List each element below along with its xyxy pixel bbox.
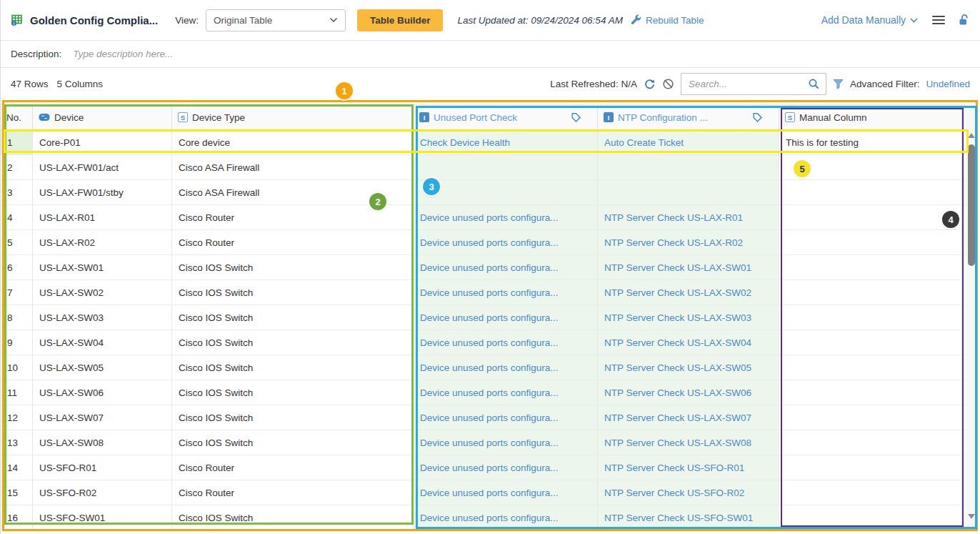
cell-no: 5 <box>1 230 33 254</box>
table-builder-button[interactable]: Table Builder <box>357 9 444 31</box>
cell-ntp[interactable]: NTP Server Check US-LAX-SW03 <box>598 305 779 330</box>
tag-icon[interactable] <box>752 112 763 123</box>
table-row[interactable]: 11US-LAX-SW06Cisco IOS SwitchDevice unus… <box>1 380 965 405</box>
cell-ntp[interactable]: NTP Server Check US-LAX-SW04 <box>598 330 779 355</box>
cell-unused[interactable]: Device unused ports configura... <box>414 405 598 430</box>
cell-unused[interactable]: Device unused ports configura... <box>414 305 598 330</box>
cell-ntp[interactable]: NTP Server Check US-LAX-R01 <box>598 205 779 229</box>
table-row[interactable]: 5US-LAX-R02Cisco RouterDevice unused por… <box>1 230 965 255</box>
refresh-icon[interactable] <box>644 78 656 90</box>
cell-unused[interactable]: Device unused ports configura... <box>414 355 598 380</box>
cell-manual <box>779 455 962 480</box>
table-row[interactable]: 14US-SFO-R01Cisco RouterDevice unused po… <box>1 455 965 480</box>
cell-unused[interactable]: Device unused ports configura... <box>414 205 598 229</box>
cell-no: 14 <box>1 455 33 480</box>
annotation-badge-2: 2 <box>369 193 386 210</box>
cell-unused[interactable]: Device unused ports configura... <box>414 480 598 505</box>
cell-unused[interactable]: Device unused ports configura... <box>414 230 598 254</box>
search-input[interactable] <box>687 78 808 90</box>
search-box[interactable] <box>681 73 826 95</box>
cell-ntp[interactable]: NTP Server Check US-LAX-SW02 <box>598 280 779 305</box>
tag-icon[interactable] <box>571 112 581 123</box>
cell-unused[interactable]: Device unused ports configura... <box>414 255 598 280</box>
cell-no: 10 <box>1 355 33 380</box>
row-count: 47 Rows <box>11 79 49 89</box>
column-header-device-type[interactable]: S Device Type <box>172 105 414 129</box>
cell-unused[interactable]: Device unused ports configura... <box>414 505 598 530</box>
table-row[interactable]: 12US-LAX-SW07Cisco IOS SwitchDevice unus… <box>1 405 965 430</box>
advanced-filter-value[interactable]: Undefined <box>926 79 970 89</box>
cell-ntp[interactable]: NTP Server Check US-SFO-SW01 <box>598 505 779 530</box>
cell-device: US-LAX-FW01/stby <box>33 180 172 204</box>
cell-ntp[interactable]: Auto Create Ticket <box>598 130 779 154</box>
column-count: 5 Columns <box>57 79 104 89</box>
menu-icon[interactable] <box>932 16 945 25</box>
cell-device_type: Cisco IOS Switch <box>172 330 414 355</box>
cell-unused[interactable]: Check Device Health <box>414 130 598 154</box>
rebuild-table-label: Rebuild Table <box>646 15 704 26</box>
column-header-manual-column[interactable]: S Manual Column <box>779 105 962 129</box>
column-header-ntp-configuration[interactable]: I NTP Configuration ... <box>598 105 779 129</box>
cell-device_type: Cisco IOS Switch <box>172 255 414 280</box>
cell-ntp[interactable]: NTP Server Check US-LAX-SW05 <box>598 355 779 380</box>
cell-ntp[interactable]: NTP Server Check US-SFO-R02 <box>598 480 779 505</box>
cell-device_type: Cisco IOS Switch <box>172 505 414 530</box>
last-refreshed-text: Last Refreshed: N/A <box>550 79 637 89</box>
rebuild-table-button[interactable]: Rebuild Table <box>630 14 704 26</box>
cell-device: US-LAX-SW06 <box>33 380 172 405</box>
column-header-unused-port-check[interactable]: I Unused Port Check <box>414 105 598 129</box>
unlock-icon[interactable] <box>958 14 970 26</box>
cell-no: 13 <box>1 430 33 455</box>
view-select[interactable]: Original Table <box>206 9 346 31</box>
vertical-scrollbar[interactable] <box>966 106 977 529</box>
table-row[interactable]: 2US-LAX-FW01/actCisco ASA Firewall <box>1 155 965 180</box>
cell-ntp[interactable]: NTP Server Check US-LAX-SW08 <box>598 430 779 455</box>
cell-device_type: Cisco ASA Firewall <box>172 155 414 179</box>
table-row[interactable]: 10US-LAX-SW05Cisco IOS SwitchDevice unus… <box>1 355 965 380</box>
cell-no: 8 <box>1 305 33 330</box>
cell-device: US-SFO-R01 <box>33 455 172 480</box>
cell-unused[interactable]: Device unused ports configura... <box>414 380 598 405</box>
scroll-up-icon[interactable] <box>968 133 975 138</box>
scroll-down-icon[interactable] <box>968 514 975 519</box>
table-row[interactable]: 7US-LAX-SW02Cisco IOS SwitchDevice unuse… <box>1 280 965 305</box>
cell-ntp[interactable]: NTP Server Check US-LAX-SW06 <box>598 380 779 405</box>
filter-icon[interactable] <box>833 79 844 89</box>
column-header-no[interactable]: No. <box>1 105 33 129</box>
cell-ntp[interactable]: NTP Server Check US-SFO-R01 <box>598 455 779 480</box>
cell-device_type: Cisco Router <box>172 455 414 480</box>
scrollbar-thumb[interactable] <box>968 144 975 266</box>
cell-unused[interactable]: Device unused ports configura... <box>414 455 598 480</box>
cell-ntp[interactable]: NTP Server Check US-LAX-SW01 <box>598 255 779 280</box>
cell-device_type: Core device <box>172 130 414 154</box>
cell-ntp[interactable]: NTP Server Check US-LAX-SW07 <box>598 405 779 430</box>
table-row[interactable]: 8US-LAX-SW03Cisco IOS SwitchDevice unuse… <box>1 305 965 330</box>
search-icon[interactable] <box>808 78 820 90</box>
annotation-badge-3: 3 <box>423 178 440 195</box>
intent-column-icon: I <box>419 112 429 122</box>
cell-unused[interactable]: Device unused ports configura... <box>414 280 598 305</box>
table-row[interactable]: 9US-LAX-SW04Cisco IOS SwitchDevice unuse… <box>1 330 965 355</box>
cell-device: US-LAX-R01 <box>33 205 172 229</box>
chevron-down-icon <box>910 18 918 23</box>
cell-manual <box>779 430 962 455</box>
cell-unused[interactable]: Device unused ports configura... <box>414 330 598 355</box>
cell-no: 3 <box>1 180 33 204</box>
no-schedule-icon[interactable] <box>662 78 674 90</box>
table-row[interactable]: 15US-SFO-R02Cisco RouterDevice unused po… <box>1 480 965 505</box>
table-row[interactable]: 16US-SFO-SW01Cisco IOS SwitchDevice unus… <box>1 505 965 530</box>
cell-ntp[interactable]: NTP Server Check US-LAX-R02 <box>598 230 779 254</box>
cell-device: US-LAX-FW01/act <box>33 155 172 179</box>
table-row[interactable]: 6US-LAX-SW01Cisco IOS SwitchDevice unuse… <box>1 255 965 280</box>
cell-unused[interactable]: Device unused ports configura... <box>414 430 598 455</box>
table-row[interactable]: 1Core-P01Core deviceCheck Device HealthA… <box>1 130 965 155</box>
add-data-manually-button[interactable]: Add Data Manually <box>821 14 918 26</box>
table-row[interactable]: 4US-LAX-R01Cisco RouterDevice unused por… <box>1 205 965 230</box>
cell-device: US-LAX-R02 <box>33 230 172 254</box>
column-header-device[interactable]: Device <box>33 105 172 129</box>
table-row[interactable]: 13US-LAX-SW08Cisco IOS SwitchDevice unus… <box>1 430 965 455</box>
cell-no: 16 <box>1 505 33 530</box>
description-input[interactable] <box>71 48 970 60</box>
table-row[interactable]: 3US-LAX-FW01/stbyCisco ASA Firewall <box>1 180 965 205</box>
cell-manual <box>779 355 962 380</box>
